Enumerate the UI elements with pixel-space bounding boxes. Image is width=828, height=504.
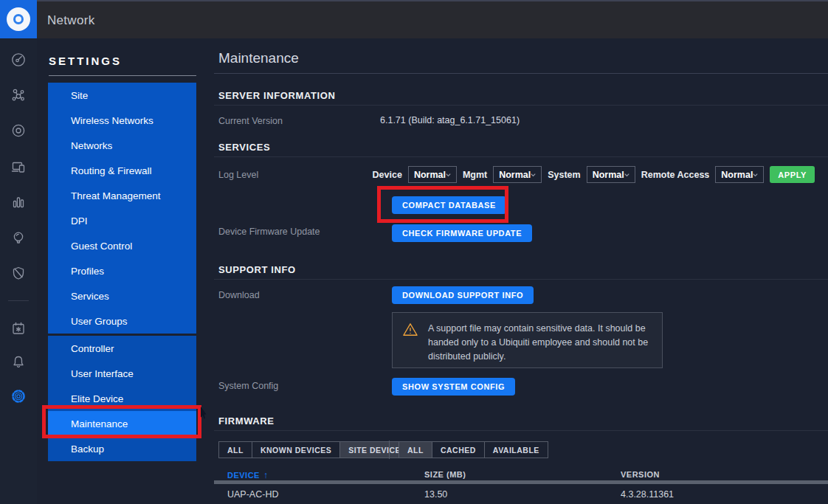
cache-filter-tabs: ALL CACHED AVAILABLE xyxy=(399,441,548,458)
clients-icon[interactable] xyxy=(10,158,27,176)
warning-icon xyxy=(402,322,418,337)
events-icon[interactable] xyxy=(10,320,27,337)
chevron-down-icon xyxy=(624,173,629,177)
chevron-down-icon xyxy=(446,173,451,177)
remote-access-log-dropdown[interactable]: Normal xyxy=(715,166,764,183)
apply-button[interactable]: APPLY xyxy=(770,166,815,183)
remote-access-log-label: Remote Access xyxy=(641,170,710,180)
sidebar-item-guest-control[interactable]: Guest Control xyxy=(48,233,196,258)
settings-sidebar: Site Wireless Networks Networks Routing … xyxy=(48,83,196,461)
remote-access-log-value: Normal xyxy=(721,170,753,180)
chevron-down-icon xyxy=(753,173,758,177)
show-system-config-button[interactable]: SHOW SYSTEM CONFIG xyxy=(392,378,515,396)
cell-device: UAP-AC-HD xyxy=(227,489,278,500)
tab-available[interactable]: AVAILABLE xyxy=(484,442,548,458)
sidebar-item-controller[interactable]: Controller xyxy=(48,336,196,361)
system-config-label: System Config xyxy=(218,381,278,391)
support-warning-text: A support file may contain sensitive dat… xyxy=(428,322,649,364)
support-warning-box: A support file may contain sensitive dat… xyxy=(392,312,663,368)
sidebar-item-backup[interactable]: Backup xyxy=(48,436,196,461)
sidebar-group-site: Site Wireless Networks Networks Routing … xyxy=(48,83,196,334)
devices-icon[interactable] xyxy=(10,122,27,139)
mgmt-log-label: Mgmt xyxy=(463,170,487,180)
sidebar-item-threat-management[interactable]: Threat Management xyxy=(48,183,196,208)
tab-group-separator xyxy=(389,441,390,459)
sidebar-item-networks[interactable]: Networks xyxy=(48,133,196,158)
insights-icon[interactable] xyxy=(10,229,27,246)
sidebar-item-maintenance[interactable]: Maintenance xyxy=(48,411,196,436)
sidebar-item-profiles[interactable]: Profiles xyxy=(48,258,196,283)
server-information-divider xyxy=(214,105,828,106)
statistics-icon[interactable] xyxy=(10,193,27,211)
current-version-label: Current Version xyxy=(218,116,283,126)
app-title: Network xyxy=(47,13,94,28)
mouse-cursor xyxy=(201,407,210,420)
threat-management-icon[interactable] xyxy=(10,264,27,282)
services-heading: SERVICES xyxy=(218,142,270,153)
firmware-divider xyxy=(214,430,828,431)
system-log-label: System xyxy=(548,170,580,180)
device-filter-tabs: ALL KNOWN DEVICES SITE DEVICES xyxy=(218,441,415,458)
tab-cached[interactable]: CACHED xyxy=(432,442,484,458)
page-title-divider xyxy=(214,73,828,74)
support-info-heading: SUPPORT INFO xyxy=(218,264,296,275)
sidebar-item-elite-device[interactable]: Elite Device xyxy=(48,386,196,411)
tab-all-devices[interactable]: ALL xyxy=(219,442,252,458)
sidebar-item-user-interface[interactable]: User Interface xyxy=(48,361,196,386)
sort-asc-icon: ↑ xyxy=(263,470,269,480)
tab-known-devices[interactable]: KNOWN DEVICES xyxy=(252,442,339,458)
sidebar-item-wireless-networks[interactable]: Wireless Networks xyxy=(48,108,196,133)
firmware-heading: FIRMWARE xyxy=(218,415,275,427)
log-level-label: Log Level xyxy=(218,170,258,180)
sidebar-group-controller: Controller User Interface Elite Device M… xyxy=(48,336,196,461)
icon-rail xyxy=(0,38,37,504)
column-header-version[interactable]: VERSION xyxy=(621,470,660,479)
system-log-dropdown[interactable]: Normal xyxy=(587,166,635,183)
tab-all-firmware[interactable]: ALL xyxy=(399,442,432,458)
device-firmware-update-label: Device Firmware Update xyxy=(218,227,320,237)
sidebar-heading: SETTINGS xyxy=(49,55,122,67)
unifi-logo[interactable] xyxy=(0,0,37,38)
download-support-info-button[interactable]: DOWNLOAD SUPPORT INFO xyxy=(392,286,534,304)
check-firmware-update-button[interactable]: CHECK FIRMWARE UPDATE xyxy=(392,224,532,242)
device-log-dropdown[interactable]: Normal xyxy=(408,166,457,183)
sidebar-item-routing-firewall[interactable]: Routing & Firewall xyxy=(48,158,196,183)
compact-database-button[interactable]: COMPACT DATABASE xyxy=(392,196,506,214)
mgmt-log-value: Normal xyxy=(499,170,531,180)
sidebar-item-user-groups[interactable]: User Groups xyxy=(48,308,196,334)
services-divider xyxy=(214,156,828,157)
column-header-device[interactable]: DEVICE↑ xyxy=(227,470,268,480)
current-version-value: 6.1.71 (Build: atag_6.1.71_15061) xyxy=(380,115,520,125)
log-level-controls: Device Normal Mgmt Normal System Normal … xyxy=(373,166,815,183)
device-log-label: Device xyxy=(373,170,402,180)
system-log-value: Normal xyxy=(593,170,624,180)
mgmt-log-dropdown[interactable]: Normal xyxy=(493,166,542,183)
chevron-down-icon xyxy=(531,173,536,177)
device-log-value: Normal xyxy=(414,170,446,180)
page-title: Maintenance xyxy=(218,50,299,66)
unifi-logo-icon xyxy=(7,7,30,31)
topology-icon[interactable] xyxy=(10,86,27,104)
settings-icon[interactable] xyxy=(10,387,27,405)
sidebar-item-site[interactable]: Site xyxy=(48,83,196,108)
support-info-divider xyxy=(214,279,828,280)
cell-size: 13.50 xyxy=(424,489,447,500)
sidebar-item-dpi[interactable]: DPI xyxy=(48,208,196,233)
top-bar: Network xyxy=(0,0,828,38)
dashboard-icon[interactable] xyxy=(10,51,27,69)
server-information-heading: SERVER INFORMATION xyxy=(218,90,335,101)
sidebar-heading-underline xyxy=(49,75,196,76)
column-header-size[interactable]: SIZE (MB) xyxy=(424,470,466,479)
sidebar-item-services[interactable]: Services xyxy=(48,283,196,308)
download-label: Download xyxy=(218,290,260,300)
alerts-icon[interactable] xyxy=(10,353,27,370)
rail-divider xyxy=(8,300,29,301)
table-scrollbar[interactable] xyxy=(214,480,828,484)
cell-version: 4.3.28.11361 xyxy=(621,489,674,500)
